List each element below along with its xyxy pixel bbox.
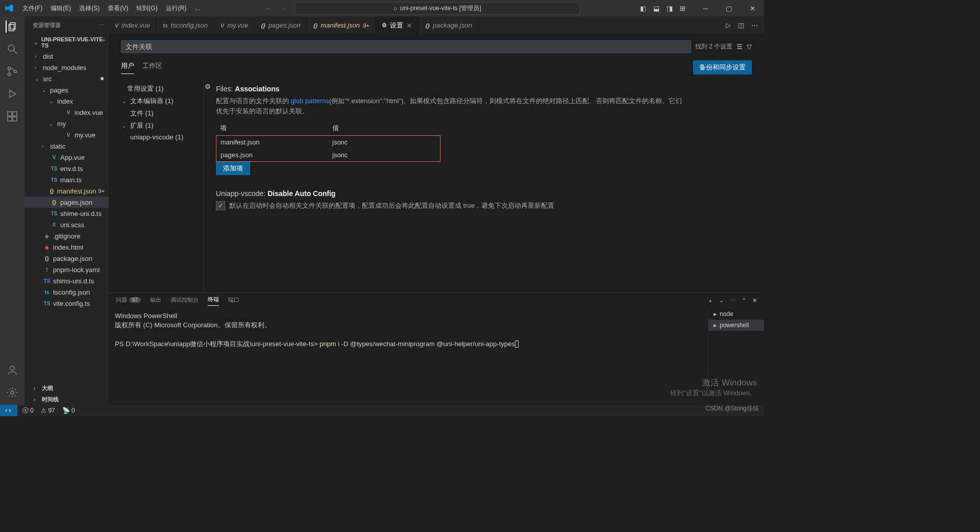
toc-item[interactable]: ⌄扩展 (1) [115, 119, 203, 132]
sync-settings-button[interactable]: 备份和同步设置 [693, 60, 752, 75]
project-name: UNI-PRESET-VUE-VITE-TS [41, 36, 107, 49]
tree-item[interactable]: ›node_modules [24, 62, 109, 73]
outline-section[interactable]: ›大纲 [24, 382, 109, 394]
remote-button[interactable] [0, 405, 17, 416]
tree-item[interactable]: ◆index.html [24, 241, 109, 253]
tab-problems[interactable]: 问题97 [116, 296, 141, 306]
editor-tab[interactable]: ⚙设置✕ [376, 16, 419, 34]
run-icon[interactable]: ▷ [726, 21, 731, 29]
toc-item[interactable]: 常用设置 (1) [115, 83, 203, 95]
layout-right-icon[interactable]: ◨ [667, 5, 673, 12]
checkbox[interactable]: ✓ [216, 201, 225, 210]
tree-item[interactable]: TSshims-uni.d.ts [24, 275, 109, 286]
editor-tab[interactable]: {}package.json [419, 16, 478, 34]
minimize-button[interactable]: ─ [694, 0, 717, 16]
tab-terminal[interactable]: 终端 [208, 296, 219, 306]
terminal-item[interactable]: ▸powershell [708, 320, 764, 331]
nav-back-icon[interactable]: ← [265, 5, 272, 12]
search-icon[interactable] [6, 43, 18, 55]
panel-icon[interactable]: ⬓ [653, 5, 659, 12]
tree-item[interactable]: TSshime-uni.d.ts [24, 208, 109, 219]
terminal-item[interactable]: ▸node [708, 308, 764, 320]
tree-item[interactable]: ⌄src [24, 73, 109, 84]
scm-icon[interactable] [6, 65, 18, 78]
tree-item[interactable]: TSvite.config.ts [24, 298, 109, 309]
result-count: 找到 2 个设置 [695, 42, 732, 51]
new-terminal-icon[interactable]: ＋ [707, 297, 713, 305]
tab-ports[interactable]: 端口 [228, 296, 239, 306]
tree-item[interactable]: ⌄index [24, 95, 109, 107]
command-center[interactable]: ⌕ uni-preset-vue-vite-ts [管理员] [295, 2, 580, 15]
tree-item[interactable]: TSmain.ts [24, 174, 109, 185]
toc-item[interactable]: uniapp-vscode (1) [115, 132, 203, 142]
assoc-row[interactable]: pages.jsonjsonc [216, 149, 440, 161]
more-icon[interactable]: ⋯ [99, 22, 105, 29]
editor-tab[interactable]: Vindex.vue [109, 16, 157, 34]
tree-item[interactable]: {}package.json [24, 253, 109, 264]
chevron-up-icon[interactable]: ⌃ [742, 297, 746, 305]
explorer-icon[interactable] [6, 20, 18, 33]
project-header[interactable]: ⌄ UNI-PRESET-VUE-VITE-TS [24, 34, 109, 51]
extensions-icon[interactable] [6, 110, 18, 123]
close-panel-icon[interactable]: ✕ [752, 297, 757, 305]
svg-point-6 [14, 70, 17, 73]
settings-icon[interactable] [6, 386, 18, 399]
funnel-icon[interactable]: ▽ [747, 43, 752, 51]
timeline-section[interactable]: ›时间线 [24, 394, 109, 405]
tree-item[interactable]: ◆.gitignore [24, 230, 109, 241]
chevron-down-icon[interactable]: ⌄ [719, 297, 724, 305]
tree-item[interactable]: {}manifest.json9+ [24, 185, 109, 197]
tree-item[interactable]: tstsconfig.json [24, 286, 109, 298]
add-item-button[interactable]: 添加项 [216, 162, 250, 175]
assoc-row[interactable]: manifest.jsonjsonc [216, 136, 440, 149]
menu-item[interactable]: 文件(F) [18, 3, 46, 14]
editor-tab[interactable]: Vmy.vue [214, 16, 255, 34]
debug-icon[interactable] [6, 88, 18, 100]
editor-tab[interactable]: tstsconfig.json [157, 16, 214, 34]
tab-debug[interactable]: 调试控制台 [170, 296, 199, 306]
tree-item[interactable]: TSenv.d.ts [24, 163, 109, 174]
menu-item[interactable]: 转到(G) [132, 3, 161, 14]
menu-item[interactable]: 选择(S) [75, 3, 104, 14]
editor-tab[interactable]: {}pages.json [255, 16, 307, 34]
menu-item[interactable]: 查看(V) [104, 3, 132, 14]
glob-patterns-link[interactable]: glob patterns [291, 97, 329, 105]
customize-icon[interactable]: ⊞ [680, 5, 685, 12]
split-icon[interactable]: ◫ [738, 21, 744, 29]
tree-item[interactable]: ⌄pages [24, 84, 109, 95]
layout-icon[interactable]: ◧ [640, 5, 646, 12]
tree-item[interactable]: Vindex.vue [24, 107, 109, 118]
tree-item[interactable]: #uni.scss [24, 219, 109, 230]
watermark: CSDN @String佳佳 [705, 404, 759, 413]
tree-item[interactable]: ›dist [24, 51, 109, 62]
account-icon[interactable] [6, 364, 18, 376]
editor-tab[interactable]: {}manifest.json9+ [307, 16, 376, 34]
toc-item[interactable]: ⌄文本编辑器 (1) [115, 95, 203, 107]
status-ports[interactable]: 📡 0 [62, 407, 75, 414]
filter-icon[interactable]: ☰ [737, 43, 743, 51]
settings-search-input[interactable] [121, 40, 691, 53]
tree-item[interactable]: Vmy.vue [24, 129, 109, 140]
svg-point-2 [8, 45, 14, 51]
status-errors[interactable]: ⓧ 0 [22, 406, 34, 415]
terminal-output[interactable]: Windows PowerShell 版权所有 (C) Microsoft Co… [109, 308, 708, 405]
menu-item[interactable]: 运行(R) [162, 3, 191, 14]
tree-item[interactable]: VApp.vue [24, 152, 109, 163]
maximize-button[interactable]: ▢ [717, 0, 741, 16]
close-button[interactable]: ✕ [741, 0, 764, 16]
tree-item[interactable]: ⌄my [24, 118, 109, 129]
nav-fwd-icon[interactable]: → [280, 5, 286, 12]
tree-item[interactable]: ›static [24, 140, 109, 152]
scope-workspace[interactable]: 工作区 [142, 61, 162, 74]
menu-item[interactable]: … [190, 3, 205, 14]
gear-icon[interactable]: ⚙ [205, 83, 211, 90]
more-icon[interactable]: ⋯ [751, 21, 758, 29]
tree-item[interactable]: !pnpm-lock.yaml [24, 264, 109, 275]
tree-item[interactable]: {}pages.json [24, 197, 109, 208]
toc-item[interactable]: 文件 (1) [115, 107, 203, 119]
more-icon[interactable]: ⋯ [730, 297, 736, 305]
menu-item[interactable]: 编辑(E) [46, 3, 75, 14]
tab-output[interactable]: 输出 [150, 296, 161, 306]
scope-user[interactable]: 用户 [121, 61, 134, 74]
status-warnings[interactable]: ⚠ 97 [41, 407, 55, 414]
